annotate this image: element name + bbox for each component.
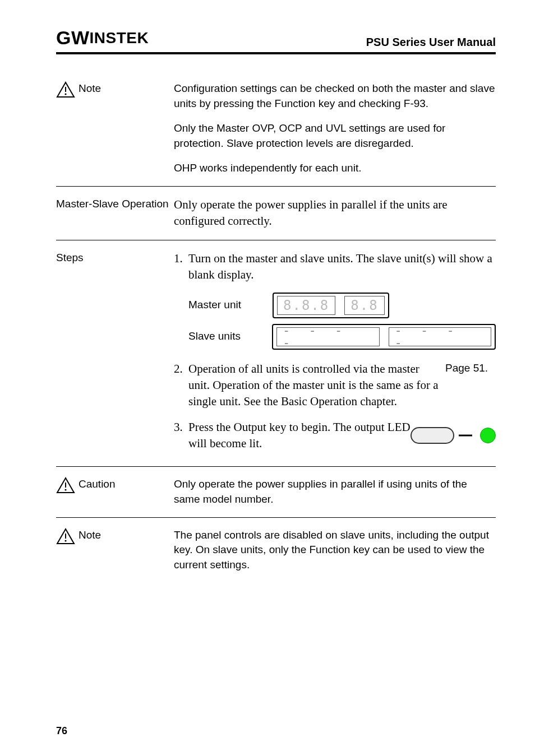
note-label-row: Note bbox=[56, 81, 174, 98]
caution-label-row: Caution bbox=[56, 477, 174, 494]
master-slave-label: Master-Slave Operation bbox=[56, 197, 174, 211]
master-unit-label: Master unit bbox=[188, 298, 273, 313]
step-2-ref: Page 51. bbox=[445, 361, 496, 410]
warning-icon bbox=[56, 528, 75, 545]
master-display-right: 8.8 bbox=[344, 296, 384, 315]
logo-instek: INSTEK bbox=[90, 29, 149, 47]
note2-text: The panel controls are disabled on slave… bbox=[174, 528, 496, 573]
master-slave-text: Only operate the power supplies in paral… bbox=[174, 197, 496, 230]
logo-gw: GW bbox=[56, 27, 90, 49]
warning-icon bbox=[56, 81, 75, 98]
warning-icon bbox=[56, 477, 75, 494]
output-graphic bbox=[411, 427, 496, 444]
seg-digits: 8.8 bbox=[350, 299, 378, 312]
arrow-right-icon bbox=[459, 432, 476, 439]
step-3: 3. Press the Output key to begin. The ou… bbox=[174, 419, 496, 452]
step-3-num: 3. bbox=[174, 419, 188, 452]
page-header: GWINSTEK PSU Series User Manual bbox=[56, 27, 496, 54]
note-label: Note bbox=[79, 81, 101, 96]
note2-label-row: Note bbox=[56, 528, 174, 545]
steps-label: Steps bbox=[56, 251, 174, 265]
note-block-1: Note Configuration settings can be check… bbox=[56, 71, 496, 186]
master-display: 8.8.8 8.8 bbox=[273, 293, 389, 318]
caution-label: Caution bbox=[79, 477, 116, 491]
steps-section: Steps 1. Turn on the master and slave un… bbox=[56, 240, 496, 467]
caution-block: Caution Only operate the power supplies … bbox=[56, 467, 496, 517]
step-1-num: 1. bbox=[174, 251, 188, 284]
seg-digits: 8.8.8 bbox=[283, 299, 329, 312]
step-2-num: 2. bbox=[174, 361, 188, 410]
steps-body: 1. Turn on the master and slave units. T… bbox=[174, 251, 496, 461]
note-block-2: Note The panel controls are disabled on … bbox=[56, 518, 496, 583]
slave-units-label: Slave units bbox=[188, 329, 272, 344]
master-unit-row: Master unit 8.8.8 8.8 bbox=[188, 293, 496, 318]
brand-logo: GWINSTEK bbox=[56, 27, 149, 49]
svg-point-9 bbox=[64, 540, 66, 541]
svg-point-2 bbox=[64, 93, 66, 95]
output-led-icon bbox=[480, 428, 496, 443]
seg-dashes: - - - - bbox=[395, 324, 485, 349]
step-1-text: Turn on the master and slave units. The … bbox=[188, 251, 496, 284]
step-2-body: Operation of all units is controlled via… bbox=[188, 361, 496, 410]
slave-display-left: - - - - bbox=[276, 327, 379, 346]
svg-point-6 bbox=[64, 489, 66, 491]
step-2: 2. Operation of all units is controlled … bbox=[174, 361, 496, 410]
step-2-text: Operation of all units is controlled via… bbox=[188, 361, 440, 410]
master-display-left: 8.8.8 bbox=[277, 296, 335, 315]
step-1: 1. Turn on the master and slave units. T… bbox=[174, 251, 496, 284]
step-3-text: Press the Output key to begin. The outpu… bbox=[188, 419, 411, 452]
slave-display: - - - - - - - - bbox=[272, 324, 496, 350]
slave-units-row: Slave units - - - - - - - - bbox=[188, 324, 496, 350]
manual-title: PSU Series User Manual bbox=[366, 36, 496, 49]
step-3-row: Press the Output key to begin. The outpu… bbox=[188, 419, 496, 452]
note1-p3: OHP works independently for each unit. bbox=[174, 161, 496, 176]
seg-dashes: - - - - bbox=[283, 324, 373, 349]
note2-label: Note bbox=[79, 528, 101, 542]
caution-text: Only operate the power supplies in paral… bbox=[174, 477, 496, 507]
master-slave-section: Master-Slave Operation Only operate the … bbox=[56, 187, 496, 240]
note1-p2: Only the Master OVP, OCP and UVL setting… bbox=[174, 121, 496, 151]
slave-display-right: - - - - bbox=[389, 327, 491, 346]
note1-p1: Configuration settings can be checked on… bbox=[174, 81, 496, 111]
note1-body: Configuration settings can be checked on… bbox=[174, 81, 496, 176]
page-number: 76 bbox=[56, 725, 67, 737]
output-key-icon bbox=[411, 427, 454, 444]
